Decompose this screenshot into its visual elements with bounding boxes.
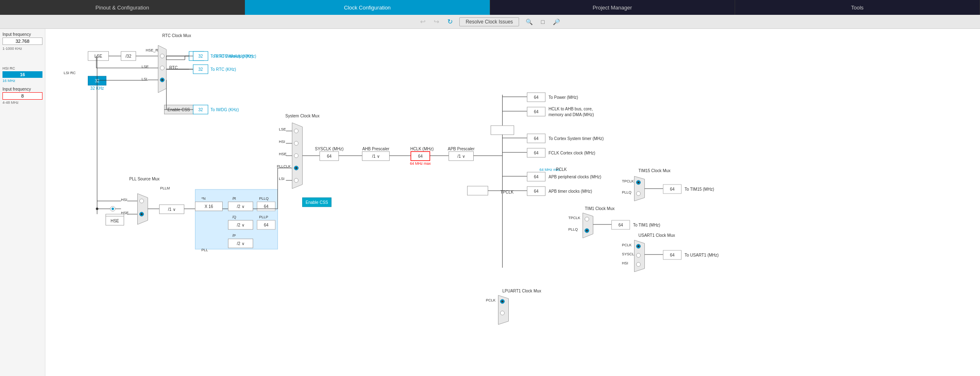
svg-text:64: 64 <box>534 189 539 194</box>
svg-text:Enable CSS: Enable CSS <box>306 200 328 205</box>
nav-tools[interactable]: Tools <box>735 0 980 15</box>
svg-text:64 MHz max: 64 MHz max <box>410 161 431 166</box>
lse-freq-value: 32.768 <box>2 37 42 45</box>
svg-point-98 <box>141 213 143 215</box>
clock-diagram-svg: RTC Clock Mux LSE /32 HSE_RTC 32 32 KHz … <box>45 29 980 376</box>
diagram-canvas: RTC Clock Mux LSE /32 HSE_RTC 32 32 KHz … <box>45 29 980 376</box>
svg-text:TIM1 Clock Mux: TIM1 Clock Mux <box>585 206 615 211</box>
svg-text:To RTC (KHz): To RTC (KHz) <box>211 67 236 72</box>
svg-text:64: 64 <box>534 151 539 155</box>
svg-text:64: 64 <box>264 204 269 209</box>
svg-text:FCLK Cortex clock (MHz): FCLK Cortex clock (MHz) <box>549 151 595 155</box>
svg-text:LSE: LSE <box>94 54 102 58</box>
svg-text:PLLQ: PLLQ <box>622 190 632 194</box>
svg-text:PLLM: PLLM <box>160 186 170 190</box>
svg-text:32: 32 <box>198 67 203 72</box>
hsi-rc-label: HSI RC <box>2 66 42 70</box>
svg-text:HSI: HSI <box>279 140 285 144</box>
svg-text:64: 64 <box>534 110 539 114</box>
svg-rect-157 <box>468 186 488 195</box>
svg-text:memory and DMA (MHz): memory and DMA (MHz) <box>549 112 594 117</box>
svg-text:PLLQ: PLLQ <box>569 227 578 231</box>
svg-text:System Clock Mux: System Clock Mux <box>285 114 320 118</box>
svg-rect-140 <box>491 126 514 135</box>
svg-text:/32: /32 <box>126 54 132 58</box>
svg-text:APB Prescaler: APB Prescaler <box>448 147 475 151</box>
svg-text:TIM15 Clock Mux: TIM15 Clock Mux <box>639 168 671 173</box>
nav-project[interactable]: Project Manager <box>490 0 735 15</box>
svg-text:HSE: HSE <box>279 152 287 156</box>
svg-marker-95 <box>138 194 148 224</box>
svg-text:LSI: LSI <box>279 177 285 181</box>
undo-button[interactable]: ↩ <box>418 17 427 26</box>
svg-text:PCLK: PCLK <box>486 298 496 302</box>
svg-text:To RTC WakeUp (KHz): To RTC WakeUp (KHz) <box>211 54 253 58</box>
svg-text:/2 ∨: /2 ∨ <box>237 223 244 227</box>
redo-button[interactable]: ↪ <box>432 17 441 26</box>
svg-point-60 <box>294 129 298 133</box>
svg-text:64: 64 <box>264 223 269 227</box>
svg-point-181 <box>586 230 588 232</box>
svg-text:64: 64 <box>618 223 623 227</box>
svg-text:To Power (MHz): To Power (MHz) <box>549 95 578 100</box>
svg-text:X 16: X 16 <box>204 204 213 209</box>
left-sidebar: Input frequency 32.768 1-1000 KHz HSI RC… <box>0 29 45 376</box>
svg-point-17 <box>161 79 163 81</box>
svg-text:To USART1 (MHz): To USART1 (MHz) <box>685 253 719 257</box>
svg-text:/R: /R <box>233 196 237 201</box>
svg-point-170 <box>637 192 641 196</box>
svg-text:32: 32 <box>198 54 203 58</box>
svg-text:64: 64 <box>670 187 675 192</box>
svg-text:/2 ∨: /2 ∨ <box>237 241 244 246</box>
hsi-mhz: 16 MHz <box>2 79 42 83</box>
svg-point-179 <box>585 217 589 221</box>
svg-point-14 <box>160 54 165 58</box>
zoom-out-button[interactable]: 🔎 <box>551 18 562 26</box>
svg-text:/1 ∨: /1 ∨ <box>372 154 379 159</box>
svg-text:PLLP: PLLP <box>259 215 268 219</box>
svg-marker-178 <box>583 213 593 238</box>
svg-text:LSE: LSE <box>279 127 286 131</box>
svg-text:TPCLK: TPCLK <box>622 179 634 183</box>
zoom-fit-button[interactable]: □ <box>539 18 546 26</box>
svg-text:LPUART1 Clock Mux: LPUART1 Clock Mux <box>503 289 541 293</box>
svg-text:32: 32 <box>198 107 203 112</box>
zoom-in-button[interactable]: 🔍 <box>524 18 534 26</box>
input-freq-label: Input frequency <box>2 32 42 37</box>
svg-text:LSI RC: LSI RC <box>63 71 76 75</box>
svg-text:PLLQ: PLLQ <box>259 196 269 201</box>
svg-point-65 <box>294 178 298 182</box>
svg-text:To Cortex System timer (MHz): To Cortex System timer (MHz) <box>549 136 604 141</box>
svg-text:PLL: PLL <box>202 248 208 252</box>
svg-text:SYSCLK (MHz): SYSCLK (MHz) <box>315 147 343 151</box>
resolve-clock-button[interactable]: Resolve Clock Issues <box>459 17 519 26</box>
svg-text:AHB Prescaler: AHB Prescaler <box>362 147 390 151</box>
svg-point-193 <box>637 253 641 257</box>
svg-text:64: 64 <box>534 175 539 179</box>
svg-text:PCLK: PCLK <box>556 167 567 172</box>
svg-point-64 <box>295 167 297 169</box>
svg-text:PLL Source Mux: PLL Source Mux <box>129 177 160 181</box>
lse-freq-range: 1-1000 KHz <box>2 47 42 51</box>
svg-point-192 <box>637 245 639 248</box>
refresh-button[interactable]: ↻ <box>446 17 454 26</box>
hsi-value: 16 <box>2 71 42 78</box>
svg-text:/2 ∨: /2 ∨ <box>237 204 244 209</box>
nav-clock[interactable]: Clock Configuration <box>245 0 490 15</box>
nav-pinout[interactable]: Pinout & Configuration <box>0 0 245 15</box>
main-area: Input frequency 32.768 1-1000 KHz HSI RC… <box>0 29 980 376</box>
svg-point-204 <box>501 311 505 315</box>
svg-text:/Q: /Q <box>233 215 237 219</box>
svg-text:USART1 Clock Mux: USART1 Clock Mux <box>639 233 675 238</box>
svg-text:64: 64 <box>327 154 332 159</box>
svg-text:/1 ∨: /1 ∨ <box>457 154 465 159</box>
svg-text:TPCLK: TPCLK <box>569 216 580 220</box>
svg-text:To IWDG (KHz): To IWDG (KHz) <box>211 107 239 112</box>
svg-text:64: 64 <box>534 95 539 100</box>
svg-text:HSI: HSI <box>622 261 628 265</box>
svg-text:HCLK (MHz): HCLK (MHz) <box>410 147 434 151</box>
svg-point-194 <box>637 262 641 266</box>
svg-text:APB timer clocks (MHz): APB timer clocks (MHz) <box>549 189 592 194</box>
input-freq2-label: Input frequency <box>2 87 42 91</box>
svg-text:HSE: HSE <box>110 219 119 223</box>
